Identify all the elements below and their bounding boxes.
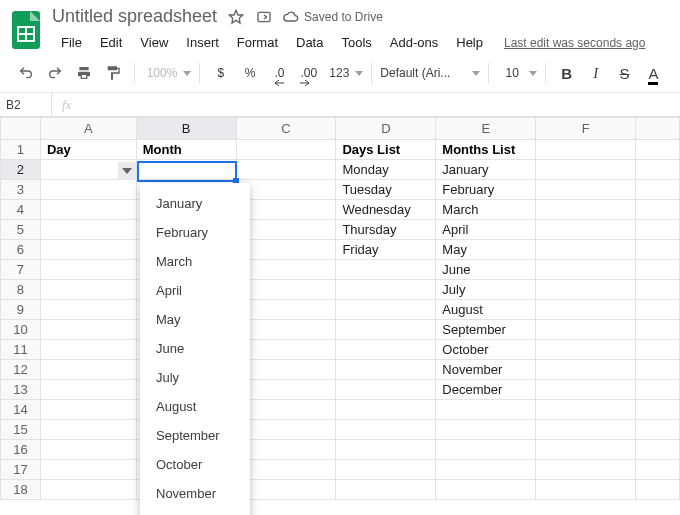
cell[interactable] [536, 160, 636, 180]
menu-insert[interactable]: Insert [177, 31, 228, 54]
row-header[interactable]: 5 [1, 220, 41, 240]
cell[interactable] [236, 180, 336, 200]
cell[interactable] [336, 360, 436, 380]
percent-button[interactable]: % [238, 60, 263, 86]
col-header-B[interactable]: B [136, 118, 236, 140]
cell[interactable] [236, 360, 336, 380]
cell[interactable]: Days List [336, 140, 436, 160]
cell[interactable] [536, 400, 636, 420]
cell[interactable] [636, 440, 680, 460]
dropdown-item[interactable]: May [140, 305, 250, 334]
cell[interactable] [336, 380, 436, 400]
font-select[interactable]: Default (Ari... [380, 66, 480, 80]
cell[interactable] [236, 140, 336, 160]
cell[interactable] [236, 240, 336, 260]
row-header[interactable]: 18 [1, 480, 41, 500]
row-header[interactable]: 13 [1, 380, 41, 400]
zoom-select[interactable]: 100% [143, 66, 192, 80]
cell[interactable]: October [436, 340, 536, 360]
cell[interactable] [636, 300, 680, 320]
cell[interactable]: November [436, 360, 536, 380]
cell[interactable]: Wednesday [336, 200, 436, 220]
col-header-E[interactable]: E [436, 118, 536, 140]
cell[interactable]: January [436, 160, 536, 180]
row-header[interactable]: 17 [1, 460, 41, 480]
cell[interactable]: Month [136, 140, 236, 160]
cell[interactable] [636, 280, 680, 300]
cell[interactable] [636, 340, 680, 360]
menu-addons[interactable]: Add-ons [381, 31, 447, 54]
dropdown-item[interactable]: December [140, 508, 250, 515]
cell[interactable]: February [436, 180, 536, 200]
dropdown-item[interactable]: July [140, 363, 250, 392]
cell[interactable] [336, 440, 436, 460]
cell[interactable] [40, 300, 136, 320]
cell[interactable] [536, 140, 636, 160]
increase-decimal-button[interactable]: .00 [296, 60, 321, 86]
cell[interactable] [636, 140, 680, 160]
cell[interactable] [636, 180, 680, 200]
cell[interactable] [536, 460, 636, 480]
cell[interactable]: July [436, 280, 536, 300]
row-header[interactable]: 8 [1, 280, 41, 300]
row-header[interactable]: 10 [1, 320, 41, 340]
row-header[interactable]: 6 [1, 240, 41, 260]
paint-format-button[interactable] [101, 60, 126, 86]
cell[interactable] [236, 480, 336, 500]
star-icon[interactable] [227, 8, 245, 26]
dropdown-item[interactable]: November [140, 479, 250, 508]
cell[interactable] [436, 400, 536, 420]
undo-button[interactable] [14, 60, 39, 86]
cell[interactable] [236, 340, 336, 360]
cell[interactable] [536, 200, 636, 220]
document-title[interactable]: Untitled spreadsheet [52, 6, 217, 27]
col-header-F[interactable]: F [536, 118, 636, 140]
cell[interactable] [40, 420, 136, 440]
cell[interactable]: May [436, 240, 536, 260]
cell-B2[interactable] [136, 160, 236, 180]
cell[interactable] [636, 420, 680, 440]
cell[interactable] [536, 360, 636, 380]
cell[interactable] [436, 440, 536, 460]
cell[interactable] [40, 200, 136, 220]
cell[interactable] [40, 280, 136, 300]
row-header[interactable]: 4 [1, 200, 41, 220]
cell[interactable] [436, 420, 536, 440]
cell[interactable] [536, 380, 636, 400]
cell[interactable] [636, 480, 680, 500]
cell[interactable]: Months List [436, 140, 536, 160]
cell[interactable] [40, 480, 136, 500]
name-box[interactable]: B2 [0, 93, 52, 116]
dropdown-item[interactable]: October [140, 450, 250, 479]
cell[interactable] [636, 240, 680, 260]
data-validation-dropdown-arrow[interactable] [118, 162, 136, 180]
cell[interactable] [40, 380, 136, 400]
cell[interactable] [536, 220, 636, 240]
cell[interactable] [336, 320, 436, 340]
select-all-corner[interactable] [1, 118, 41, 140]
cell[interactable] [236, 320, 336, 340]
cell[interactable] [236, 300, 336, 320]
cell[interactable] [536, 320, 636, 340]
cell[interactable] [536, 260, 636, 280]
cell[interactable]: April [436, 220, 536, 240]
font-size-select[interactable]: 10 [497, 66, 537, 80]
cell[interactable] [40, 180, 136, 200]
cell[interactable] [336, 400, 436, 420]
col-header-A[interactable]: A [40, 118, 136, 140]
cell[interactable] [336, 460, 436, 480]
cell[interactable] [336, 480, 436, 500]
cell[interactable] [40, 440, 136, 460]
cell[interactable] [536, 340, 636, 360]
menu-help[interactable]: Help [447, 31, 492, 54]
cell[interactable]: Thursday [336, 220, 436, 240]
menu-view[interactable]: View [131, 31, 177, 54]
row-header[interactable]: 2 [1, 160, 41, 180]
cell[interactable] [536, 440, 636, 460]
cell[interactable] [40, 340, 136, 360]
cell[interactable] [236, 200, 336, 220]
cell[interactable] [636, 160, 680, 180]
cell[interactable] [436, 460, 536, 480]
cell[interactable] [40, 240, 136, 260]
sheets-app-icon[interactable] [10, 9, 42, 51]
